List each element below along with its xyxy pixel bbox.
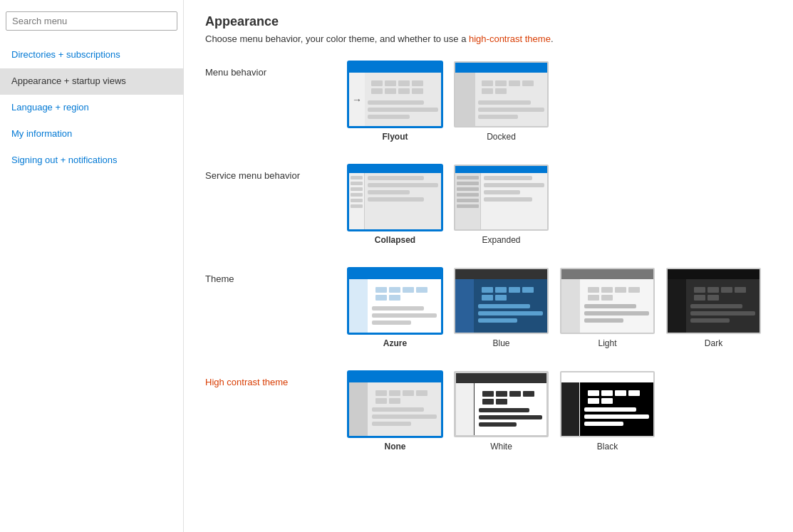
black-leftnav: [561, 382, 580, 436]
el1: [484, 176, 532, 180]
gc: [615, 287, 626, 293]
black-card[interactable]: Black: [560, 371, 655, 452]
gc: [509, 80, 520, 86]
dark-label: Dark: [705, 338, 722, 348]
azure-card[interactable]: Azure: [348, 268, 442, 348]
white-grid: [479, 387, 542, 408]
collapsed-main: [365, 173, 441, 229]
el4: [484, 197, 532, 202]
gc: [482, 80, 493, 86]
collapsed-card[interactable]: Collapsed: [348, 165, 442, 245]
blue-leftnav: [455, 279, 474, 333]
blue-card-box: [454, 268, 549, 334]
blue-card[interactable]: Blue: [454, 268, 549, 348]
sidebar-item-myinfo[interactable]: My information: [0, 121, 183, 147]
bkl3: [584, 422, 623, 426]
flyout-right: [365, 73, 441, 126]
light-card[interactable]: Light: [560, 268, 655, 348]
sidebar-item-signout[interactable]: Signing out + notifications: [0, 147, 183, 174]
collapsed-illustration: [349, 166, 441, 229]
none-illustration: [349, 372, 441, 436]
gc: [482, 399, 494, 405]
al2: [372, 313, 437, 318]
flyout-topbar: [349, 63, 441, 73]
flyout-label: Flyout: [383, 132, 408, 142]
expanded-card[interactable]: Expanded: [454, 165, 549, 245]
white-card[interactable]: White: [454, 371, 549, 452]
cl2: [368, 183, 438, 187]
gc: [375, 390, 387, 396]
gc: [371, 80, 383, 86]
light-label: Light: [598, 338, 616, 348]
high-contrast-options: None: [348, 371, 655, 452]
azure-right: [368, 279, 441, 333]
collapsed-topbar: [349, 166, 441, 173]
collapsed-body: [349, 173, 441, 229]
gc: [496, 391, 507, 397]
none-card[interactable]: None: [348, 371, 442, 452]
gc: [482, 295, 493, 301]
sidebar-item-directories[interactable]: Directories + subscriptions: [0, 42, 183, 68]
azure-topbar: [349, 269, 441, 279]
gc: [601, 398, 613, 404]
theme-section: Theme: [205, 268, 772, 348]
dark-right: [686, 279, 760, 333]
flyout-card[interactable]: →: [348, 61, 442, 142]
sidebar-item-language[interactable]: Language + region: [0, 95, 183, 121]
sidebar-item-appearance[interactable]: Appearance + startup views: [0, 68, 183, 95]
sl: [457, 193, 479, 197]
dark-card[interactable]: Dark: [666, 268, 761, 348]
light-card-box: [560, 268, 655, 334]
search-input[interactable]: [6, 11, 177, 31]
docked-grid: [478, 77, 544, 98]
docked-card[interactable]: Docked: [454, 61, 549, 142]
wl2: [479, 415, 542, 419]
flyout-line2: [368, 108, 438, 112]
gc: [385, 88, 396, 94]
light-right: [580, 279, 653, 333]
none-label: None: [385, 442, 406, 452]
dl3: [690, 318, 730, 323]
gc: [482, 88, 493, 94]
gc: [628, 287, 640, 293]
gc: [375, 287, 387, 293]
azure-label: Azure: [383, 338, 407, 348]
docked-line1: [478, 100, 531, 105]
dark-grid: [690, 283, 755, 304]
white-body: [456, 383, 546, 435]
gc: [398, 88, 410, 94]
docked-leftnav: [455, 73, 475, 126]
menu-behavior-options: →: [348, 61, 549, 142]
high-contrast-link[interactable]: high-contrast theme: [469, 33, 551, 44]
black-card-box: [560, 371, 655, 437]
subtitle-text: Choose menu behavior, your color theme, …: [205, 33, 469, 44]
expanded-body: [455, 173, 547, 229]
gc: [496, 399, 507, 405]
gc: [588, 295, 599, 301]
flyout-line3: [368, 115, 410, 119]
black-label: Black: [597, 442, 618, 452]
gc: [495, 295, 507, 301]
high-contrast-section: High contrast theme: [205, 371, 772, 452]
gc: [509, 287, 520, 293]
service-menu-label: Service menu behavior: [205, 165, 348, 181]
nl2: [372, 414, 437, 419]
docked-line3: [478, 115, 518, 119]
gc: [375, 398, 387, 404]
dark-leftnav: [668, 279, 686, 333]
blue-right: [474, 279, 547, 333]
azure-body: [349, 279, 441, 333]
light-body: [561, 279, 653, 333]
azure-grid: [372, 283, 437, 304]
gc: [416, 287, 427, 293]
gc: [375, 295, 387, 301]
gc: [708, 295, 719, 301]
gc: [416, 390, 427, 396]
gc: [482, 391, 494, 397]
docked-topbar: [455, 63, 547, 73]
gc: [735, 287, 746, 293]
gc: [389, 295, 400, 301]
gc: [389, 398, 400, 404]
high-contrast-label: High contrast theme: [205, 371, 348, 387]
gc: [389, 390, 400, 396]
